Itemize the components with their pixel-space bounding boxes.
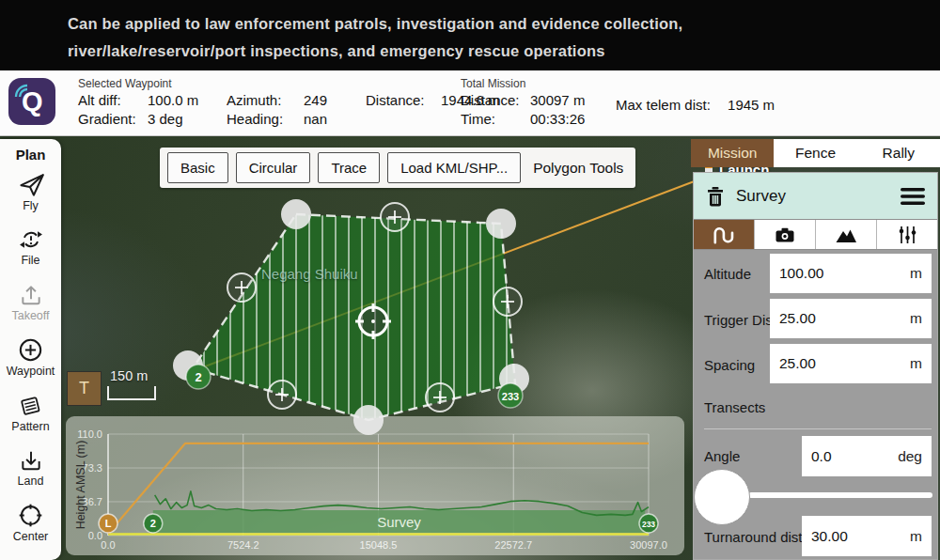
survey-title: Survey (736, 187, 900, 206)
heading-label: Heading: (227, 111, 304, 127)
tab-terrain[interactable] (816, 220, 877, 249)
signal-arcs-icon (8, 78, 55, 125)
mountains-icon (834, 224, 858, 246)
azimuth-value: 249 (304, 92, 366, 108)
distance-label: Distance: (366, 92, 441, 108)
map-scale-text: 150 m (110, 368, 148, 383)
banner-text: Can be applied to law enforcement patrol… (0, 0, 940, 65)
polygon-midpoint-handles[interactable] (227, 203, 522, 412)
tab-stats[interactable] (877, 220, 937, 249)
center-icon (18, 503, 43, 528)
spacing-label: Spacing (704, 357, 755, 373)
alt-diff-value: 100.0 m (148, 92, 227, 108)
altitude-field[interactable]: 100.00 m (770, 254, 932, 293)
qgc-logo[interactable]: Q (8, 78, 55, 125)
alt-diff-label: Alt diff: (78, 92, 148, 108)
trash-icon[interactable] (705, 185, 726, 208)
survey-item-panel: Survey (693, 172, 938, 560)
terrain-button[interactable]: T (67, 371, 102, 406)
gradient-value: 3 deg (148, 111, 227, 127)
map-place-label: Negang Shuiku (261, 266, 358, 282)
turnaround-dist-label: Turnaround dist (704, 529, 803, 545)
promo-banner: Can be applied to law enforcement patrol… (0, 0, 940, 70)
total-mission-info: Total Mission Distance: 30097 m Time: 00… (461, 77, 634, 127)
sidebar-item-waypoint[interactable]: Waypoint (0, 330, 61, 385)
chart-ylabel: Height AMSL (m) (74, 419, 87, 551)
map-scale-bracket (107, 386, 156, 400)
survey-area-polygon[interactable] (193, 214, 515, 420)
heading-value: nan (304, 111, 366, 127)
max-telem-info: Max telem dist: 1945 m (616, 97, 775, 113)
tab-mission[interactable]: Mission (691, 139, 774, 167)
circular-button[interactable]: Circular (236, 152, 311, 183)
sidebar-item-takeoff[interactable]: Takeoff (0, 274, 61, 330)
plan-tab-bar: Mission Fence Rally (691, 139, 940, 167)
paper-plane-icon (18, 171, 44, 197)
pattern-icon (18, 393, 43, 418)
tab-grid[interactable] (694, 220, 755, 249)
tab-rally[interactable]: Rally (857, 139, 940, 167)
angle-field[interactable]: 0.0 deg (802, 436, 932, 476)
start-waypoint-number: 2 (195, 370, 201, 384)
svg-text:30097.0: 30097.0 (630, 539, 667, 551)
max-telem-value: 1945 m (728, 97, 775, 113)
sidebar-item-pattern[interactable]: Pattern (0, 385, 61, 441)
app-header: Q Selected Waypoint Alt diff: 100.0 m Az… (0, 70, 940, 136)
plus-circle-icon (18, 337, 43, 363)
tab-camera[interactable] (755, 220, 816, 249)
waypoint-markers[interactable]: 2 233 (186, 365, 523, 408)
sidebar-item-land[interactable]: Land (0, 441, 61, 496)
transects-section-title: Transects (704, 399, 765, 415)
survey-mode-tabs (694, 219, 937, 250)
takeoff-icon (19, 283, 43, 307)
map-center-crosshair-icon (355, 303, 391, 339)
gradient-label: Gradient: (78, 111, 148, 127)
hamburger-menu-icon[interactable] (900, 187, 926, 206)
sidebar-item-center[interactable]: Center (0, 495, 61, 551)
spacing-field[interactable]: 25.00 m (770, 344, 932, 383)
load-kml-shp-button[interactable]: Load KML/SHP... (387, 152, 521, 183)
end-waypoint-number: 233 (502, 391, 519, 402)
mission-time-label: Time: (461, 111, 530, 127)
trace-button[interactable]: Trace (318, 152, 380, 183)
sidebar-item-file[interactable]: File (0, 220, 61, 275)
land-icon (19, 448, 43, 473)
svg-text:Survey: Survey (377, 514, 421, 530)
svg-text:233: 233 (642, 520, 655, 529)
map-view[interactable]: Height AMSL (m) 110.073.336.70.00.07524.… (0, 136, 940, 560)
angle-slider-track[interactable] (748, 492, 932, 498)
svg-text:22572.7: 22572.7 (494, 539, 532, 551)
trigger-dist-field[interactable]: 25.00 m (770, 299, 932, 338)
svg-text:7524.2: 7524.2 (227, 539, 259, 551)
section-divider (704, 428, 932, 429)
survey-header: Survey (694, 173, 937, 219)
sidebar-item-fly[interactable]: Fly (0, 164, 61, 220)
camera-icon (774, 224, 796, 246)
azimuth-label: Azimuth: (227, 92, 304, 108)
sliders-icon (896, 224, 918, 246)
total-mission-title: Total Mission (461, 77, 634, 90)
svg-text:2: 2 (150, 518, 156, 529)
polygon-vertex-handles[interactable] (173, 199, 529, 435)
angle-slider-handle[interactable] (694, 469, 750, 525)
plan-sidebar: Plan Fly File Takeoff (0, 139, 61, 560)
max-telem-label: Max telem dist: (616, 97, 711, 113)
svg-text:0.0: 0.0 (101, 539, 115, 551)
sidebar-title: Plan (16, 147, 46, 163)
trigger-dist-label: Trigger Dist (704, 312, 776, 328)
polygon-toolbar: Basic Circular Trace Load KML/SHP... Pol… (160, 148, 635, 188)
svg-text:L: L (105, 518, 112, 529)
elevation-profile-chart: 110.073.336.70.00.07524.215048.522572.73… (66, 416, 684, 555)
altitude-label: Altitude (704, 266, 751, 282)
mission-distance-label: Distance: (461, 92, 530, 108)
svg-text:15048.5: 15048.5 (360, 539, 398, 551)
tab-fence[interactable]: Fence (774, 139, 856, 167)
transect-wave-icon (712, 223, 736, 247)
polygon-tools-label[interactable]: Polygon Tools (528, 160, 628, 177)
basic-button[interactable]: Basic (167, 152, 228, 183)
turnaround-dist-field[interactable]: 30.00 m (802, 516, 932, 556)
elevation-profile-panel: Height AMSL (m) 110.073.336.70.00.07524.… (66, 416, 684, 555)
angle-label: Angle (704, 448, 740, 464)
mission-time-value: 00:33:26 (530, 111, 634, 127)
survey-settings: Altitude 100.00 m Trigger Dist 25.00 m S… (694, 250, 937, 560)
